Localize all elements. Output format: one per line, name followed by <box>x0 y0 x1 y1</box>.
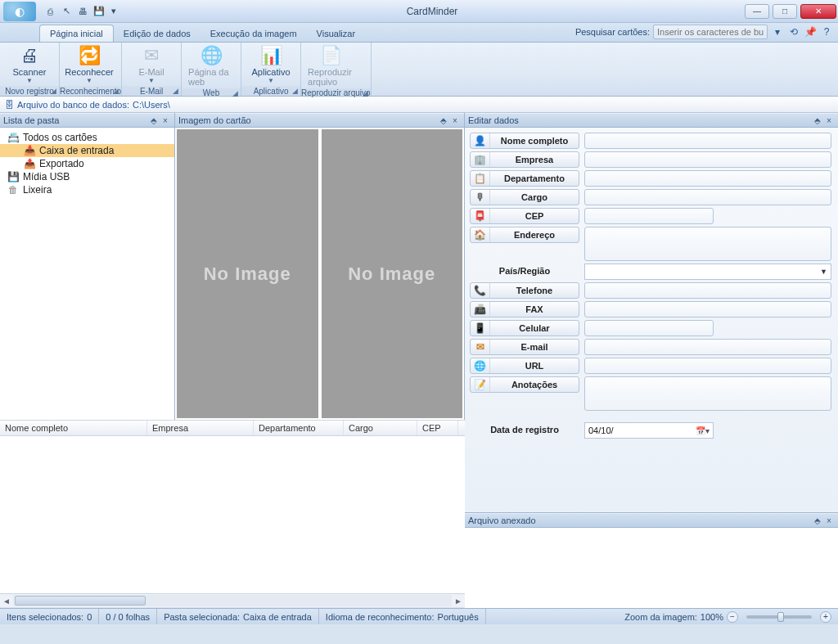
close-button[interactable]: ✕ <box>800 4 836 19</box>
field-label-button[interactable]: 🏢Empresa <box>470 151 579 168</box>
sync-icon[interactable]: ⟲ <box>787 25 800 38</box>
field-label-button[interactable]: 📝Anotações <box>470 376 579 393</box>
close-panel-icon[interactable]: × <box>449 116 461 125</box>
titlebar: ◐ ⎙↖🖶💾 ▾ CardMinder — □ ✕ <box>0 0 838 23</box>
ribbon-tab[interactable]: Edição de dados <box>114 25 200 42</box>
tree-item[interactable]: 💾Mídia USB <box>0 170 174 183</box>
column-header[interactable]: Empresa <box>147 421 254 435</box>
column-header[interactable]: CEP <box>417 421 458 435</box>
anotacoes-input[interactable] <box>584 376 831 411</box>
ribbon-group-label: Web◢ <box>182 88 241 97</box>
telefone-input[interactable] <box>584 282 831 299</box>
pais-combo[interactable]: ▼ <box>584 263 831 280</box>
field-label-text: Endereço <box>490 230 579 240</box>
tree-item[interactable]: 📇Todos os cartões <box>0 131 174 144</box>
fax-input[interactable] <box>584 301 831 317</box>
maximize-button[interactable]: □ <box>773 4 797 19</box>
zoom-out-button[interactable]: − <box>727 611 738 623</box>
print-icon[interactable]: 🖶 <box>75 4 90 19</box>
field-label-button[interactable]: 👤Nome completo <box>470 133 579 149</box>
horizontal-scrollbar[interactable]: ◄ ► <box>0 593 465 607</box>
dialog-launcher-icon[interactable]: ◢ <box>292 87 298 95</box>
status-value: 0 <box>87 612 92 622</box>
empresa-input[interactable] <box>584 151 831 168</box>
ribbon-button[interactable]: 🖨Scanner▼ <box>7 44 52 84</box>
field-label-button[interactable]: 🌐URL <box>470 358 579 374</box>
calendar-icon[interactable]: 📅▾ <box>696 426 710 435</box>
field-label-button[interactable]: 📮CEP <box>470 208 579 224</box>
scroll-right-icon[interactable]: ► <box>452 597 465 606</box>
pin-panel-icon[interactable]: ⬘ <box>148 116 160 125</box>
attached-file-area[interactable] <box>465 528 838 608</box>
field-label-button[interactable]: 🎙Cargo <box>470 189 579 205</box>
front-image-slot[interactable]: No Image <box>177 129 318 418</box>
field-label-button[interactable]: 📞Telefone <box>470 282 579 299</box>
edit-form: 👤Nome completo🏢Empresa📋Departamento🎙Carg… <box>465 128 838 512</box>
dialog-launcher-icon[interactable]: ◢ <box>232 89 238 97</box>
cargo-input[interactable] <box>584 189 831 205</box>
column-header[interactable]: Nome completo <box>0 421 147 435</box>
close-panel-icon[interactable]: × <box>823 116 835 125</box>
status-value: Português <box>438 612 479 622</box>
pin-panel-icon[interactable]: ⬘ <box>812 116 823 125</box>
status-value: 0 / 0 folhas <box>106 612 150 622</box>
dialog-launcher-icon[interactable]: ◢ <box>51 87 56 95</box>
zoom-slider-thumb[interactable] <box>777 612 784 622</box>
form-row-endereco: 🏠Endereço <box>470 227 831 261</box>
scroll-thumb[interactable] <box>15 596 146 606</box>
pin-panel-icon[interactable]: ⬘ <box>812 516 823 525</box>
scroll-track[interactable] <box>13 595 452 606</box>
ribbon-button[interactable]: 🔁Reconhecer▼ <box>66 44 112 84</box>
celular-input[interactable] <box>584 320 714 336</box>
data_registro-date[interactable]: 04/10/📅▾ <box>584 422 714 439</box>
search-dropdown-icon[interactable]: ▾ <box>771 25 784 38</box>
card-list-body[interactable] <box>0 436 465 593</box>
chevron-down-icon: ▼ <box>820 268 827 276</box>
qat-customize-icon[interactable]: ▾ <box>106 4 121 19</box>
minimize-button[interactable]: — <box>745 4 769 19</box>
field-label-button[interactable]: 📱Celular <box>470 320 579 336</box>
cep-input[interactable] <box>584 208 714 224</box>
column-header[interactable]: Departamento <box>254 421 344 435</box>
ribbon-tab[interactable]: Visualizar <box>307 25 366 42</box>
window-title: CardMinder <box>121 6 743 17</box>
zoom-slider[interactable] <box>746 615 812 619</box>
ribbon-tab[interactable]: Página inicial <box>39 25 114 42</box>
column-header[interactable]: Cargo <box>344 421 417 435</box>
nome-input[interactable] <box>584 133 831 149</box>
dialog-launcher-icon[interactable]: ◢ <box>363 89 368 97</box>
search-input[interactable] <box>653 25 768 39</box>
departamento-input[interactable] <box>584 170 831 187</box>
tree-item[interactable]: 📤Exportado <box>0 157 174 170</box>
ribbon-tab[interactable]: Execução da imagem <box>200 25 307 42</box>
close-panel-icon[interactable]: × <box>160 116 171 125</box>
field-label-button[interactable]: 🏠Endereço <box>470 227 579 243</box>
tree-item[interactable]: 📥Caixa de entrada <box>0 144 174 157</box>
dialog-launcher-icon[interactable]: ◢ <box>113 87 119 95</box>
statusbar: Itens selecionados: 0 0 / 0 folhas Pasta… <box>0 608 838 624</box>
back-image-slot[interactable]: No Image <box>322 129 463 418</box>
ribbon-button[interactable]: 📊Aplicativo▼ <box>248 44 294 84</box>
help-icon[interactable]: ? <box>820 25 833 38</box>
close-panel-icon[interactable]: × <box>823 516 835 525</box>
ribbon-group-label: Aplicativo◢ <box>241 86 300 96</box>
field-icon: ✉ <box>471 340 490 354</box>
scan-icon[interactable]: ⎙ <box>43 4 57 19</box>
field-label-button[interactable]: 📠FAX <box>470 301 579 317</box>
tree-item[interactable]: 🗑Lixeira <box>0 183 174 196</box>
zoom-in-button[interactable]: + <box>820 611 831 623</box>
field-label-button[interactable]: 📋Departamento <box>470 170 579 187</box>
endereco-input[interactable] <box>584 227 831 261</box>
field-label-button[interactable]: ✉E-mail <box>470 339 579 355</box>
dialog-launcher-icon[interactable]: ◢ <box>173 87 178 95</box>
url-input[interactable] <box>584 358 831 374</box>
email-input[interactable] <box>584 339 831 355</box>
pin-panel-icon[interactable]: ⬘ <box>438 116 449 125</box>
cursor-icon[interactable]: ↖ <box>59 4 74 19</box>
pin-icon[interactable]: 📌 <box>804 25 817 38</box>
folder-tree[interactable]: 📇Todos os cartões📥Caixa de entrada📤Expor… <box>0 128 174 420</box>
scroll-left-icon[interactable]: ◄ <box>0 597 13 606</box>
app-menu-button[interactable]: ◐ <box>3 2 36 21</box>
ribbon-button-icon: 🖨 <box>16 44 43 67</box>
save-icon[interactable]: 💾 <box>92 4 106 19</box>
